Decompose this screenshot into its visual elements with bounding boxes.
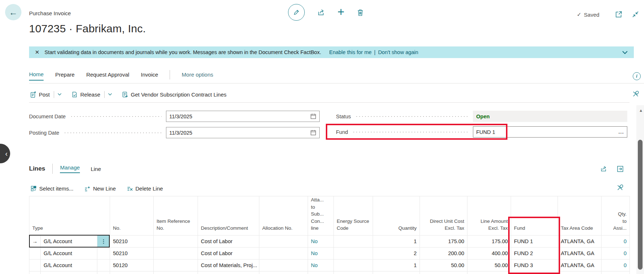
leader-dots bbox=[70, 116, 162, 117]
cell-qty-assign[interactable]: 0 bbox=[602, 259, 630, 271]
cell-alloc[interactable] bbox=[259, 259, 308, 271]
share-icon[interactable] bbox=[317, 8, 325, 16]
cell-fund[interactable]: FUND 1 bbox=[511, 235, 558, 247]
chevron-left-icon: ‹ bbox=[5, 150, 8, 158]
new-line-button[interactable]: New Line bbox=[84, 185, 116, 192]
cell-no[interactable]: 50120 bbox=[110, 259, 154, 271]
col-tax-area-code[interactable]: Tax Area Code bbox=[558, 196, 602, 236]
banner-dismiss-link[interactable]: Don't show again bbox=[378, 49, 418, 55]
col-item-reference-no[interactable]: Item Reference No. bbox=[154, 196, 198, 236]
tab-request-approval[interactable]: Request Approval bbox=[86, 71, 129, 80]
col-direct-unit-cost[interactable]: Direct Unit Cost Excl. Tax bbox=[420, 196, 467, 236]
cell-attached[interactable]: No bbox=[308, 247, 334, 259]
new-document-button[interactable]: + bbox=[337, 6, 344, 18]
col-qty-to-assign[interactable]: Qty. to Assi... bbox=[602, 196, 630, 236]
cell-type[interactable]: G/L Account bbox=[41, 235, 97, 247]
cell-type[interactable]: G/L Account bbox=[41, 247, 97, 259]
fund-assist-edit-button[interactable]: ... bbox=[619, 129, 624, 135]
cell-energy[interactable] bbox=[334, 259, 373, 271]
cell-no[interactable]: 50210 bbox=[110, 247, 154, 259]
cell-energy[interactable] bbox=[334, 235, 373, 247]
tab-prepare[interactable]: Prepare bbox=[55, 71, 74, 80]
cell-qty-assign[interactable]: 0 bbox=[602, 247, 630, 259]
banner-close-icon[interactable]: ✕ bbox=[35, 49, 40, 56]
release-button[interactable]: Release bbox=[71, 91, 112, 98]
cell-unit-cost[interactable]: 200.00 bbox=[420, 247, 467, 259]
col-description-comment[interactable]: Description/Comment bbox=[198, 196, 259, 236]
cell-desc[interactable]: Cost of Labor bbox=[198, 247, 259, 259]
cell-tax-area[interactable]: ATLANTA, GA bbox=[558, 259, 602, 271]
delete-line-button[interactable]: Delete Line bbox=[127, 185, 163, 192]
cell-alloc[interactable] bbox=[259, 247, 308, 259]
post-button[interactable]: Post bbox=[30, 91, 62, 98]
cell-fund[interactable]: FUND 2 bbox=[511, 247, 558, 259]
lines-tab-manage[interactable]: Manage bbox=[60, 164, 80, 173]
row-menu-dots-icon[interactable]: ⋮ bbox=[97, 235, 110, 247]
lines-tab-line[interactable]: Line bbox=[91, 166, 101, 172]
tab-home[interactable]: Home bbox=[29, 71, 44, 81]
cell-qty[interactable]: 2 bbox=[373, 247, 420, 259]
cell-item-ref[interactable] bbox=[154, 259, 198, 271]
fund-input[interactable]: FUND 1 ... bbox=[473, 126, 627, 138]
tab-invoice[interactable]: Invoice bbox=[141, 71, 158, 80]
popout-icon bbox=[615, 11, 622, 18]
scrollbar-thumb[interactable] bbox=[638, 140, 643, 270]
scroll-up-arrow-icon[interactable]: ▲ bbox=[639, 108, 643, 113]
cell-qty[interactable]: 1 bbox=[373, 259, 420, 271]
get-vendor-lines-label: Get Vendor Subscription Contract Lines bbox=[131, 91, 226, 98]
info-icon[interactable]: i bbox=[633, 72, 641, 80]
col-energy-source-code[interactable]: Energy Source Code bbox=[334, 196, 373, 236]
unpin-lines-toolbar-button[interactable] bbox=[616, 184, 624, 191]
cell-attached[interactable]: No bbox=[308, 235, 334, 247]
document-date-input[interactable]: 11/3/2025 bbox=[166, 111, 320, 122]
banner-enable-link[interactable]: Enable this for me bbox=[329, 49, 372, 55]
share-icon[interactable] bbox=[600, 165, 607, 172]
cell-unit-cost[interactable]: 50.00 bbox=[420, 259, 467, 271]
open-in-excel-icon[interactable] bbox=[617, 165, 624, 172]
col-fund[interactable]: Fund bbox=[511, 196, 558, 236]
edit-button[interactable] bbox=[288, 4, 305, 21]
table-row-empty bbox=[29, 271, 630, 274]
unpin-action-bar-button[interactable] bbox=[632, 90, 639, 98]
cell-tax-area[interactable]: ATLANTA, GA bbox=[558, 235, 602, 247]
factbox-toggle-button[interactable]: ‹ bbox=[0, 144, 10, 163]
more-options-button[interactable]: More options bbox=[182, 71, 213, 80]
cell-attached[interactable]: No bbox=[308, 259, 334, 271]
collapse-view-button[interactable] bbox=[632, 11, 639, 18]
cell-type[interactable]: G/L Account bbox=[41, 259, 97, 271]
cell-line-amt[interactable]: 175.00 bbox=[467, 235, 511, 247]
delete-document-button[interactable] bbox=[357, 9, 364, 16]
cell-qty[interactable]: 1 bbox=[373, 235, 420, 247]
col-line-amount[interactable]: Line Amount Excl. Tax bbox=[467, 196, 511, 236]
col-attached-to-line[interactable]: Atta... to Sub... Con... line bbox=[308, 196, 334, 236]
select-items-button[interactable]: Select items... bbox=[31, 185, 73, 192]
cell-qty-assign[interactable]: 0 bbox=[602, 235, 630, 247]
fund-field-row: Fund FUND 1 ... bbox=[336, 126, 627, 138]
chevron-down-icon[interactable] bbox=[622, 50, 628, 54]
cell-item-ref[interactable] bbox=[154, 235, 198, 247]
cell-alloc[interactable] bbox=[259, 235, 308, 247]
cell-energy[interactable] bbox=[334, 247, 373, 259]
cell-desc[interactable]: Cost of Materials, Proj... bbox=[198, 259, 259, 271]
open-in-new-window-button[interactable] bbox=[615, 11, 622, 18]
delete-line-label: Delete Line bbox=[135, 185, 163, 192]
calendar-icon[interactable] bbox=[310, 130, 316, 136]
col-allocation-no[interactable]: Allocation No. bbox=[259, 196, 308, 236]
cell-fund[interactable]: FUND 3 bbox=[511, 259, 558, 271]
col-quantity[interactable]: Quantity bbox=[373, 196, 420, 236]
calendar-icon[interactable] bbox=[310, 113, 316, 119]
leader-dots bbox=[64, 132, 162, 133]
cell-item-ref[interactable] bbox=[154, 247, 198, 259]
cell-line-amt[interactable]: 50.00 bbox=[467, 259, 511, 271]
posting-date-input[interactable]: 11/3/2025 bbox=[166, 127, 320, 138]
cell-line-amt[interactable]: 400.00 bbox=[467, 247, 511, 259]
cell-desc[interactable]: Cost of Labor bbox=[198, 235, 259, 247]
cell-unit-cost[interactable]: 175.00 bbox=[420, 235, 467, 247]
back-button[interactable]: ← bbox=[5, 4, 21, 20]
cell-no[interactable]: 50210 bbox=[110, 235, 154, 247]
cell-tax-area[interactable]: ATLANTA, GA bbox=[558, 247, 602, 259]
col-type[interactable]: Type bbox=[29, 196, 110, 236]
get-vendor-lines-button[interactable]: Get Vendor Subscription Contract Lines bbox=[122, 91, 226, 98]
table-row: G/L Account 50210 Cost of Labor No 2 200… bbox=[29, 247, 630, 259]
col-no[interactable]: No. bbox=[110, 196, 154, 236]
